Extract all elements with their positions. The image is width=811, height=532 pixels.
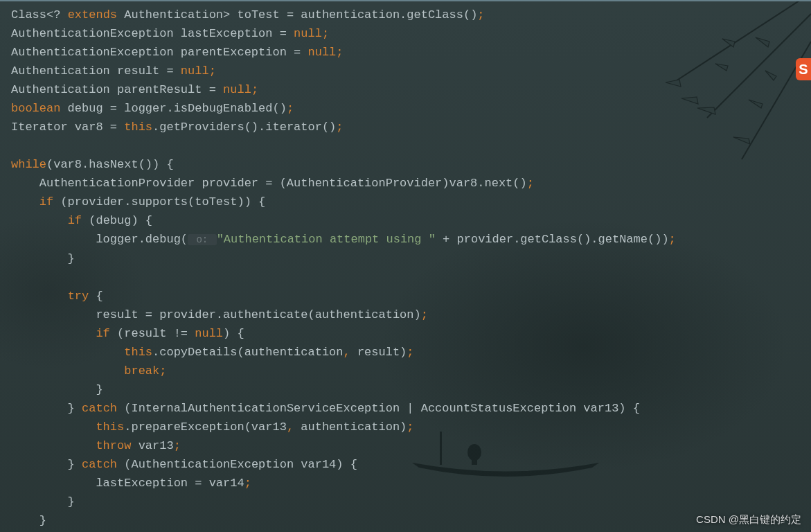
code-line: break; <box>11 364 166 378</box>
code-line: logger.debug( o: "Authentication attempt… <box>11 233 676 246</box>
code-line: try { <box>11 290 103 303</box>
code-line: this.prepareException(var13, authenticat… <box>11 420 414 434</box>
code-line: this.copyDetails(authentication, result)… <box>11 346 414 359</box>
parameter-hint: o: <box>188 234 217 245</box>
code-line: boolean debug = logger.isDebugEnabled(); <box>11 102 294 115</box>
code-line: throw var13; <box>11 439 181 452</box>
code-line: } <box>11 495 75 508</box>
side-ribbon-icon[interactable]: S <box>796 58 811 80</box>
code-line: if (debug) { <box>11 214 152 227</box>
code-line: if (result != null) { <box>11 327 244 340</box>
code-line: } catch (AuthenticationException var14) … <box>11 458 357 471</box>
code-editor-view[interactable]: Class<? extends Authentication> toTest =… <box>0 0 811 530</box>
code-line: AuthenticationException lastException = … <box>11 27 329 40</box>
code-line: } catch (InternalAuthenticationServiceEx… <box>11 402 640 415</box>
code-line: AuthenticationException parentException … <box>11 46 344 59</box>
code-line: if (provider.supports(toTest)) { <box>11 195 265 209</box>
code-line: Authentication result = null; <box>11 64 216 78</box>
code-line: while(var8.hasNext()) { <box>11 158 174 171</box>
code-line: } <box>11 252 75 265</box>
code-line: } <box>11 383 103 396</box>
code-line: Authentication parentResult = null; <box>11 83 258 96</box>
editor-top-border <box>0 0 811 1</box>
code-line: AuthenticationProvider provider = (Authe… <box>11 177 534 190</box>
code-line: Iterator var8 = this.getProviders().iter… <box>11 121 344 134</box>
code-line: lastException = var14; <box>11 477 251 490</box>
code-line: Class<? extends Authentication> toTest =… <box>11 8 485 21</box>
code-line: result = provider.authenticate(authentic… <box>11 308 428 321</box>
code-line: } <box>11 514 46 527</box>
